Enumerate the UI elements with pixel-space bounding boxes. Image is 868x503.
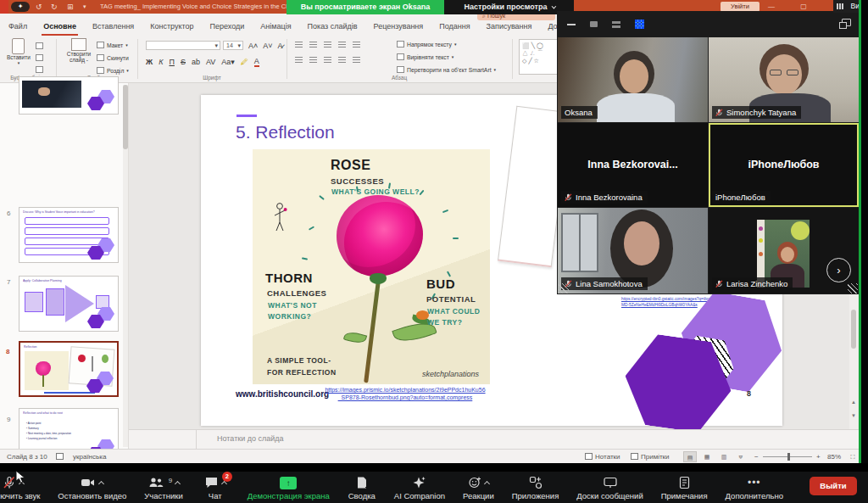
tab-transitions[interactable]: Переходи <box>209 22 247 36</box>
cut-button[interactable] <box>36 42 43 49</box>
zoom-out-button[interactable]: − <box>754 453 759 461</box>
reactions-button[interactable]: Реакции <box>463 475 494 500</box>
gallery-view-icon[interactable] <box>635 20 644 29</box>
reactions-options-chevron[interactable] <box>484 481 490 487</box>
redo-icon[interactable]: ↻ <box>51 0 58 14</box>
align-left-icon[interactable] <box>295 57 303 63</box>
comments-toggle[interactable]: Примітки <box>631 453 670 461</box>
change-case-button[interactable]: Aa▾ <box>221 58 235 66</box>
qat-chevron-icon[interactable]: ▾ <box>83 0 86 14</box>
language-indicator[interactable]: українська <box>73 453 106 461</box>
tab-slideshow[interactable]: Показ слайдів <box>306 22 359 36</box>
clear-format-button[interactable]: A̷ <box>278 42 283 50</box>
resize-grip-left[interactable] <box>559 283 569 293</box>
numbering-icon[interactable] <box>309 42 317 48</box>
video-tile-inna-bezkorovaina[interactable]: Inna Bezkorovai... Inna Bezkorovaina <box>558 123 708 207</box>
video-tile-iphone-lyubov[interactable]: iPhoneЛюбов iPhoneЛюбов <box>709 123 859 207</box>
participants-options-chevron[interactable] <box>175 481 181 487</box>
popout-icon[interactable] <box>842 19 851 26</box>
normal-view-button[interactable]: ▤ <box>683 451 697 462</box>
summary-button[interactable]: Сводка <box>348 475 376 500</box>
text-direction-button[interactable]: Напрямок тексту▾ <box>397 41 456 48</box>
prismic-link[interactable]: https://images.prismic.io/sketchplanatio… <box>324 386 487 401</box>
reset-button[interactable]: Скинути <box>97 54 129 61</box>
format-painter-button[interactable] <box>36 66 43 73</box>
font-size-select[interactable]: 14▾ <box>223 41 243 50</box>
video-tile-simonchyk-tatyana[interactable]: Simonchyk Tatyana <box>709 37 859 122</box>
tab-review[interactable]: Рецензування <box>372 22 426 36</box>
increase-indent-icon[interactable] <box>338 42 346 48</box>
previous-slide-button[interactable]: ▲ <box>850 397 857 407</box>
italic-button[interactable]: К <box>159 58 163 66</box>
chat-button[interactable]: 2 Чат <box>201 475 230 500</box>
accessibility-icon[interactable] <box>56 453 66 461</box>
copy-button[interactable] <box>36 54 43 61</box>
font-color-button[interactable]: A <box>254 57 259 67</box>
thumbnail-slide-7[interactable]: Apply: Collaborative Planning <box>19 276 119 332</box>
font-name-select[interactable]: ▾ <box>146 41 220 50</box>
reading-view-button[interactable]: ▥ <box>717 451 731 462</box>
participants-button[interactable]: 9 Участники <box>144 475 182 500</box>
video-tile-larisa-zinchenko[interactable]: Larisa Zinchenko › <box>709 208 859 293</box>
bullets-icon[interactable] <box>295 42 303 48</box>
resize-grip-right[interactable] <box>848 283 858 293</box>
slide-sorter-view-button[interactable]: ▦ <box>700 451 714 462</box>
share-screen-button[interactable]: ↑ Демонстрация экрана <box>248 475 330 500</box>
video-options-chevron[interactable] <box>98 481 104 487</box>
notes-toggle[interactable]: Нотатки <box>585 453 620 461</box>
notes-button[interactable]: Примечания <box>661 475 708 500</box>
justify-icon[interactable] <box>338 57 346 63</box>
zoom-in-button[interactable]: + <box>816 453 821 461</box>
strikethrough-button[interactable]: S <box>181 58 186 66</box>
britishcouncil-link[interactable]: www.britishcouncil.org <box>236 389 329 399</box>
tab-view[interactable]: Подання <box>437 22 471 36</box>
align-center-icon[interactable] <box>309 57 317 63</box>
slideshow-view-button[interactable]: 🜃 <box>734 451 748 462</box>
tab-recording[interactable]: Записування <box>485 22 534 36</box>
underline-button[interactable]: П <box>169 58 174 66</box>
notes-placeholder[interactable]: Нотатки до слайда <box>217 434 284 443</box>
char-spacing-button[interactable]: AV <box>206 58 215 66</box>
align-text-button[interactable]: Вирівняти текст▾ <box>397 53 453 60</box>
decrease-indent-icon[interactable] <box>324 42 331 48</box>
more-button[interactable]: ••• Дополнительно <box>726 475 783 500</box>
section-button[interactable]: Розділ▾ <box>97 67 129 74</box>
shadow-button[interactable]: ab <box>192 58 200 66</box>
speaker-view-icon[interactable] <box>590 21 598 27</box>
columns-icon[interactable] <box>353 57 360 63</box>
ai-companion-button[interactable]: AI Companion <box>394 475 445 500</box>
minimize-videos-icon[interactable] <box>567 24 576 25</box>
chat-options-chevron[interactable] <box>221 481 227 487</box>
video-tile-oksana[interactable]: Oksana <box>558 37 708 122</box>
shrink-font-button[interactable]: A˅ <box>263 42 272 50</box>
stop-video-button[interactable]: Остановить видео <box>58 475 126 500</box>
thumbnail-scrollbar[interactable] <box>123 85 128 447</box>
tab-file[interactable]: Файл <box>7 22 29 36</box>
grow-font-button[interactable]: A˄ <box>248 42 258 50</box>
thumbnail-slide-5[interactable] <box>19 76 119 115</box>
align-right-icon[interactable] <box>324 57 331 63</box>
strip-view-icon[interactable] <box>612 21 620 28</box>
slide-scrollbar-thumb[interactable] <box>851 310 856 349</box>
new-slide-button[interactable]: Створити слайд - <box>64 38 93 63</box>
shapes-gallery[interactable]: ⬜╲◯△ㄥ⌒◇╱☆ <box>519 39 558 75</box>
paste-button[interactable]: Вставити▾ <box>7 38 31 65</box>
fit-slide-button[interactable]: ⛶ <box>846 451 860 462</box>
zoom-slider-thumb[interactable] <box>787 453 790 461</box>
preview-icon[interactable]: ⊞ <box>67 0 74 14</box>
designer-icon[interactable]: ✦ <box>11 2 30 12</box>
leave-meeting-button[interactable]: Выйти <box>810 477 857 495</box>
bold-button[interactable]: Ж <box>146 58 153 66</box>
whiteboards-button[interactable]: Доски сообщений <box>576 475 643 500</box>
undo-icon[interactable]: ↺ <box>36 0 42 14</box>
line-spacing-icon[interactable] <box>353 42 360 48</box>
thumbnail-scrollbar-thumb[interactable] <box>123 85 128 149</box>
tab-home[interactable]: Основне <box>42 22 78 36</box>
thumbnail-slide-8[interactable]: Reflection <box>19 341 119 397</box>
highlight-color-button[interactable]: 🖉 <box>241 58 248 66</box>
smartart-button[interactable]: Перетворити на об'єкт SmartArt▾ <box>397 66 496 73</box>
next-slide-button[interactable]: ▼ <box>850 411 857 421</box>
video-tile-lina-samokhotova[interactable]: Lina Samokhotova <box>558 208 708 293</box>
thumbnail-slide-6[interactable]: Discuss: Why is Student Voice important … <box>19 207 119 263</box>
tab-animations[interactable]: Анімація <box>259 22 292 36</box>
